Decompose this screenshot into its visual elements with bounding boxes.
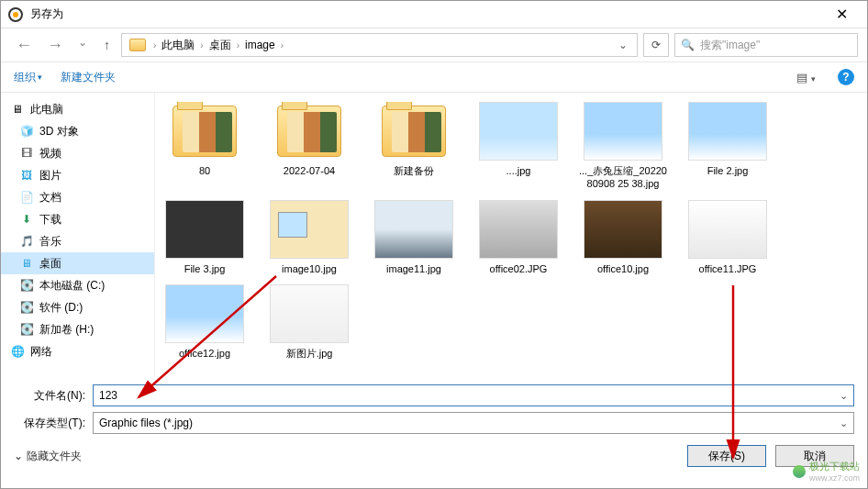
forward-button[interactable]: → (41, 34, 69, 57)
file-item-4[interactable]: ..._赤兔压缩_2022080908 25 38.jpg (579, 102, 667, 191)
folder-icon (165, 102, 244, 161)
sidebar-item-0[interactable]: 🖥此电脑 (1, 98, 154, 120)
close-button[interactable]: ✕ (823, 6, 860, 23)
up-button[interactable]: ↑ (98, 34, 116, 56)
sidebar-label: 视频 (39, 146, 61, 161)
search-input[interactable]: 🔍 搜索"image" (674, 33, 858, 57)
refresh-button[interactable]: ⟳ (643, 33, 669, 57)
sidebar-label: 3D 对象 (39, 124, 79, 139)
sidebar-label: 新加卷 (H:) (39, 322, 94, 338)
file-name: office10.jpg (597, 262, 649, 275)
sidebar-item-2[interactable]: 🎞视频 (1, 142, 154, 164)
crumb-desktop[interactable]: 桌面 (207, 36, 233, 55)
sidebar-label: 音乐 (39, 234, 61, 250)
file-item-12[interactable]: office12.jpg (161, 284, 249, 360)
file-item-10[interactable]: office10.jpg (579, 200, 667, 275)
filetype-select[interactable]: Graphic files (*.jpg) ⌄ (93, 412, 854, 434)
file-name: 新图片.jpg (286, 347, 333, 360)
main-content: 🖥此电脑🧊3D 对象🎞视频🖼图片📄文档⬇下载🎵音乐🖥桌面💽本地磁盘 (C:)💽软… (1, 93, 867, 377)
file-item-5[interactable]: File 2.jpg (684, 102, 772, 191)
sidebar-item-5[interactable]: ⬇下载 (1, 208, 154, 230)
file-item-13[interactable]: 新图片.jpg (265, 284, 353, 360)
folder-icon (374, 102, 453, 161)
file-name: ....jpg (506, 164, 531, 177)
chevron-right-icon: › (281, 40, 284, 50)
sidebar-item-1[interactable]: 🧊3D 对象 (1, 120, 154, 142)
nav-arrows: ← → ⌄ (10, 34, 93, 57)
sidebar-label: 此电脑 (30, 102, 63, 117)
sidebar-icon: 🎞 (19, 147, 34, 160)
file-item-7[interactable]: image10.jpg (265, 200, 353, 275)
filetype-value: Graphic files (*.jpg) (99, 417, 193, 429)
back-button[interactable]: ← (10, 34, 38, 57)
sidebar-item-6[interactable]: 🎵音乐 (1, 230, 154, 252)
file-name: File 3.jpg (184, 262, 226, 275)
folder-icon (270, 102, 349, 161)
image-thumbnail (374, 200, 453, 259)
filename-label: 文件名(N): (14, 388, 85, 404)
sidebar-label: 桌面 (39, 256, 61, 272)
app-icon (8, 7, 23, 22)
file-item-0[interactable]: 80 (161, 102, 249, 191)
save-form: 文件名(N): 123 ⌄ 保存类型(T): Graphic files (*.… (1, 377, 867, 438)
file-name: office12.jpg (179, 347, 230, 360)
file-pane[interactable]: 802022-07-04新建备份....jpg..._赤兔压缩_20220809… (155, 93, 867, 377)
search-placeholder: 搜索"image" (700, 38, 760, 53)
sidebar-item-8[interactable]: 💽本地磁盘 (C:) (1, 274, 154, 296)
sidebar-item-10[interactable]: 💽新加卷 (H:) (1, 318, 154, 340)
sidebar-item-4[interactable]: 📄文档 (1, 186, 154, 208)
breadcrumb-dropdown[interactable]: ⌄ (613, 39, 633, 51)
file-name: office02.JPG (490, 262, 548, 275)
file-item-11[interactable]: office11.JPG (684, 200, 772, 275)
chevron-down-icon[interactable]: ⌄ (840, 417, 848, 429)
organize-button[interactable]: 组织 ▾ (14, 70, 42, 85)
chevron-down-icon: ⌄ (14, 450, 23, 462)
view-icon: ▤ (796, 71, 807, 84)
help-button[interactable]: ? (838, 69, 854, 85)
file-item-8[interactable]: image11.jpg (370, 200, 458, 275)
breadcrumb[interactable]: › 此电脑 › 桌面 › image › ⌄ (121, 33, 638, 57)
save-button[interactable]: 保存(S) (687, 445, 766, 467)
chevron-right-icon: › (200, 40, 203, 50)
sidebar-item-7[interactable]: 🖥桌面 (1, 252, 154, 274)
sidebar-label: 本地磁盘 (C:) (39, 278, 105, 294)
filename-input[interactable]: 123 ⌄ (93, 384, 854, 406)
image-thumbnail (584, 102, 662, 161)
chevron-right-icon: › (237, 40, 239, 50)
image-thumbnail (165, 200, 244, 259)
chevron-down-icon: ▾ (811, 74, 816, 83)
file-item-6[interactable]: File 3.jpg (161, 200, 249, 275)
file-item-3[interactable]: ....jpg (474, 102, 562, 191)
sidebar-icon: 💽 (19, 323, 34, 336)
sidebar-label: 图片 (39, 168, 61, 183)
cancel-button[interactable]: 取消 (775, 445, 854, 467)
file-item-1[interactable]: 2022-07-04 (265, 102, 353, 191)
image-thumbnail (479, 102, 558, 161)
new-folder-button[interactable]: 新建文件夹 (61, 70, 116, 85)
crumb-this-pc[interactable]: 此电脑 (160, 36, 196, 55)
sidebar-item-3[interactable]: 🖼图片 (1, 164, 154, 186)
crumb-image[interactable]: image (243, 37, 277, 53)
sidebar-item-9[interactable]: 💽软件 (D:) (1, 296, 154, 318)
sidebar-icon: 🌐 (10, 345, 25, 358)
history-dropdown[interactable]: ⌄ (72, 34, 93, 57)
sidebar-label: 网络 (30, 344, 52, 360)
sidebar-icon: 📄 (19, 191, 34, 204)
hide-folders-label: 隐藏文件夹 (27, 449, 82, 464)
sidebar-icon: 🖥 (10, 103, 25, 116)
sidebar-icon: 🎵 (19, 235, 34, 248)
sidebar-item-11[interactable]: 🌐网络 (1, 340, 154, 362)
chevron-down-icon[interactable]: ⌄ (840, 390, 848, 402)
toolbar: 组织 ▾ 新建文件夹 ▤ ▾ ? (1, 61, 867, 93)
file-item-9[interactable]: office02.JPG (474, 200, 562, 275)
sidebar-icon: 🖥 (19, 257, 34, 270)
view-mode-button[interactable]: ▤ ▾ (793, 69, 819, 86)
hide-folders-toggle[interactable]: ⌄ 隐藏文件夹 (14, 449, 82, 464)
window-title: 另存为 (30, 6, 823, 22)
image-thumbnail (165, 284, 244, 343)
sidebar-icon: 🧊 (19, 125, 34, 138)
file-item-2[interactable]: 新建备份 (370, 102, 458, 191)
sidebar: 🖥此电脑🧊3D 对象🎞视频🖼图片📄文档⬇下载🎵音乐🖥桌面💽本地磁盘 (C:)💽软… (1, 93, 155, 377)
image-thumbnail (270, 284, 349, 343)
title-bar: 另存为 ✕ (1, 1, 867, 28)
